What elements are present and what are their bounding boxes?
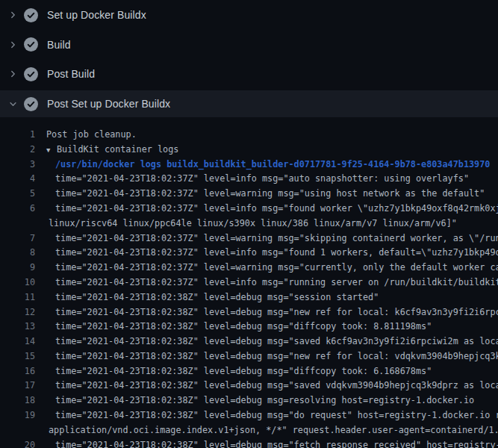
chevron-down-icon[interactable] xyxy=(9,99,17,108)
log-line: 19 time="2021-04-23T18:02:38Z" level=deb… xyxy=(0,408,498,423)
log-line-number[interactable]: 4 xyxy=(0,172,35,187)
log-line-number[interactable]: 7 xyxy=(0,231,35,246)
log-line: 1 Post job cleanup. xyxy=(0,128,498,143)
chevron-right-icon[interactable] xyxy=(9,10,17,19)
log-line-text: time="2021-04-23T18:02:38Z" level=debug … xyxy=(35,379,498,393)
step-label: Set up Docker Buildx xyxy=(47,9,146,21)
log-line-number[interactable]: 10 xyxy=(0,276,35,290)
log-line-number[interactable] xyxy=(0,217,35,231)
log-line-number[interactable]: 13 xyxy=(0,320,35,335)
log-line-text: linux/riscv64 linux/ppc64le linux/s390x … xyxy=(35,217,457,231)
log-line-number[interactable]: 16 xyxy=(0,364,35,379)
log-line-number[interactable]: 12 xyxy=(0,305,35,320)
log-line-text: time="2021-04-23T18:02:37Z" level=info m… xyxy=(35,246,498,261)
log-line-text: ▼BuildKit container logs xyxy=(35,143,178,158)
log-line-number[interactable]: 20 xyxy=(0,438,35,448)
log-rows: 1 Post job cleanup. 2 ▼BuildKit containe… xyxy=(0,128,498,448)
log-line-text: time="2021-04-23T18:02:37Z" level=warnin… xyxy=(35,187,485,202)
log-line: 8 time="2021-04-23T18:02:37Z" level=info… xyxy=(0,246,498,261)
log-line-text: time="2021-04-23T18:02:37Z" level=warnin… xyxy=(35,231,498,246)
log-line-text: time="2021-04-23T18:02:38Z" level=debug … xyxy=(35,320,432,335)
log-line-text: Post job cleanup. xyxy=(35,128,137,143)
log-line-text: time="2021-04-23T18:02:38Z" level=debug … xyxy=(35,393,474,408)
log-line-number[interactable]: 15 xyxy=(0,349,35,364)
check-circle-icon xyxy=(24,8,38,22)
log-line-number[interactable]: 18 xyxy=(0,393,35,408)
log-line: application/vnd.oci.image.index.v1+json,… xyxy=(0,423,498,438)
log-line: 20 time="2021-04-23T18:02:38Z" level=deb… xyxy=(0,438,498,448)
log-line-text: time="2021-04-23T18:02:37Z" level=info m… xyxy=(35,172,469,187)
log-line: 4 time="2021-04-23T18:02:37Z" level=info… xyxy=(0,172,498,187)
log-line: 12 time="2021-04-23T18:02:38Z" level=deb… xyxy=(0,305,498,320)
log-line: 14 time="2021-04-23T18:02:38Z" level=deb… xyxy=(0,335,498,349)
log-line-number[interactable]: 19 xyxy=(0,408,35,423)
log-line: 13 time="2021-04-23T18:02:38Z" level=deb… xyxy=(0,320,498,335)
log-line-number[interactable]: 8 xyxy=(0,246,35,261)
log-line-text: time="2021-04-23T18:02:38Z" level=debug … xyxy=(35,335,498,349)
log-line-text: time="2021-04-23T18:02:38Z" level=debug … xyxy=(35,290,379,305)
log-line-number[interactable]: 5 xyxy=(0,187,35,202)
log-line-text: /usr/bin/docker logs buildx_buildkit_bui… xyxy=(35,158,490,172)
step-header-set-up-docker-buildx[interactable]: Set up Docker Buildx xyxy=(0,1,498,28)
log-line-text: time="2021-04-23T18:02:37Z" level=info m… xyxy=(35,202,498,217)
log-line-number[interactable]: 2 xyxy=(0,143,35,158)
check-circle-icon xyxy=(24,37,38,52)
actions-log-viewer: Set up Docker Buildx Build Post Build xyxy=(0,0,498,448)
log-line-text: application/vnd.oci.image.index.v1+json,… xyxy=(35,423,498,438)
log-line-text: time="2021-04-23T18:02:37Z" level=info m… xyxy=(35,276,498,290)
log-line-number[interactable]: 3 xyxy=(0,158,35,172)
log-line: 3 /usr/bin/docker logs buildx_buildkit_b… xyxy=(0,158,498,172)
log-line-text: time="2021-04-23T18:02:38Z" level=debug … xyxy=(35,349,498,364)
check-circle-icon xyxy=(24,97,38,111)
log-line-number[interactable]: 9 xyxy=(0,261,35,276)
log-line-text: time="2021-04-23T18:02:38Z" level=debug … xyxy=(35,438,498,448)
log-line-number[interactable]: 1 xyxy=(0,128,35,143)
log-pane: 1 Post job cleanup. 2 ▼BuildKit containe… xyxy=(0,117,498,448)
step-header-post-set-up-docker-buildx[interactable]: Post Set up Docker Buildx xyxy=(0,90,498,116)
log-line-number[interactable] xyxy=(0,423,35,438)
log-line: 15 time="2021-04-23T18:02:38Z" level=deb… xyxy=(0,349,498,364)
chevron-right-icon[interactable] xyxy=(9,40,17,49)
step-header-post-build[interactable]: Post Build xyxy=(0,61,498,87)
log-line-number[interactable]: 6 xyxy=(0,202,35,217)
log-line-number[interactable]: 14 xyxy=(0,335,35,349)
log-line: 7 time="2021-04-23T18:02:37Z" level=warn… xyxy=(0,231,498,246)
log-line: 17 time="2021-04-23T18:02:38Z" level=deb… xyxy=(0,379,498,393)
log-line: 16 time="2021-04-23T18:02:38Z" level=deb… xyxy=(0,364,498,379)
step-label: Build xyxy=(47,39,71,51)
log-line: 5 time="2021-04-23T18:02:37Z" level=warn… xyxy=(0,187,498,202)
log-line: 6 time="2021-04-23T18:02:37Z" level=info… xyxy=(0,202,498,217)
step-label: Post Build xyxy=(47,68,95,80)
log-line: 11 time="2021-04-23T18:02:38Z" level=deb… xyxy=(0,290,498,305)
steps-list: Set up Docker Buildx Build Post Build xyxy=(0,0,498,117)
log-line-number[interactable]: 11 xyxy=(0,290,35,305)
log-line: 2 ▼BuildKit container logs xyxy=(0,143,498,158)
log-line: 9 time="2021-04-23T18:02:37Z" level=warn… xyxy=(0,261,498,276)
log-line: 18 time="2021-04-23T18:02:38Z" level=deb… xyxy=(0,393,498,408)
log-line-text: time="2021-04-23T18:02:38Z" level=debug … xyxy=(35,364,432,379)
log-line-text: time="2021-04-23T18:02:38Z" level=debug … xyxy=(35,408,498,423)
step-label: Post Set up Docker Buildx xyxy=(47,98,170,110)
log-line-text: time="2021-04-23T18:02:38Z" level=debug … xyxy=(35,305,498,320)
log-line: 10 time="2021-04-23T18:02:37Z" level=inf… xyxy=(0,276,498,290)
log-line-number[interactable]: 17 xyxy=(0,379,35,393)
collapse-group-icon[interactable]: ▼ xyxy=(46,143,57,158)
step-header-build[interactable]: Build xyxy=(0,31,498,57)
log-line-text: time="2021-04-23T18:02:37Z" level=warnin… xyxy=(35,261,498,276)
log-line: linux/riscv64 linux/ppc64le linux/s390x … xyxy=(0,217,498,231)
check-circle-icon xyxy=(24,67,38,81)
chevron-right-icon[interactable] xyxy=(9,69,17,78)
